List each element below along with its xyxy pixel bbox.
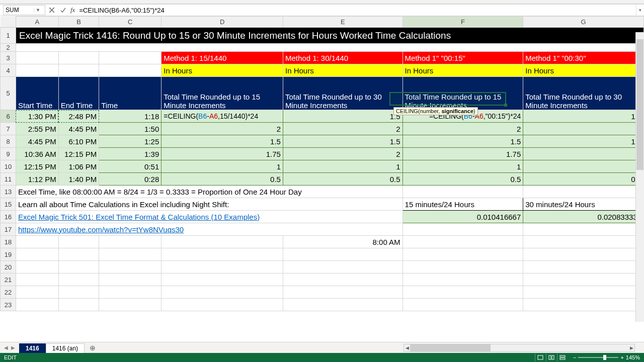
cell-G15[interactable]: 30 minutes/24 Hours: [523, 198, 644, 211]
expand-formula-icon[interactable]: ▾: [636, 5, 644, 16]
inhours: In Hours: [162, 64, 283, 77]
row-11[interactable]: 11: [1, 173, 16, 186]
ribbon-stub: [0, 0, 644, 4]
enter-icon[interactable]: [58, 5, 68, 15]
method-2: Method 1: 30/1440: [283, 52, 403, 64]
row-22[interactable]: 22: [1, 286, 16, 299]
fx-icon[interactable]: fx: [70, 6, 75, 14]
cell-E6[interactable]: 1.5: [283, 110, 403, 123]
row-19[interactable]: 19: [1, 248, 16, 261]
col-G[interactable]: G: [523, 17, 644, 28]
row-10[interactable]: 10: [1, 160, 16, 173]
link-16[interactable]: Excel Magic Trick 501: Excel Time Format…: [16, 211, 403, 223]
cell-G6[interactable]: 1.5: [523, 110, 644, 123]
hscroll-thumb[interactable]: [410, 344, 491, 351]
tab-nav-arrows[interactable]: ◀▶: [0, 345, 19, 350]
page-title: Excel Magic Trick 1416: Round Up to 15 o…: [16, 28, 643, 44]
cell-E18[interactable]: 8:00 AM: [283, 236, 403, 248]
cell-C6[interactable]: 1:18: [99, 110, 162, 123]
tab-1416an[interactable]: 1416 (an): [46, 343, 85, 353]
method-1: Method 1: 15/1440: [162, 52, 283, 64]
svg-rect-3: [560, 355, 565, 357]
select-all-corner[interactable]: [1, 17, 16, 28]
row-18[interactable]: 18: [1, 236, 16, 248]
sheet-tab-bar: ◀▶ 1416 1416 (an) ⊕ ◀▶: [0, 342, 644, 353]
view-pagebreak-icon[interactable]: [557, 353, 568, 361]
add-sheet-icon[interactable]: ⊕: [88, 343, 98, 353]
row-23[interactable]: 23: [1, 299, 16, 311]
view-layout-icon[interactable]: [546, 353, 557, 361]
row-15[interactable]: 15: [1, 198, 16, 211]
cell-D6[interactable]: =CEILING(B6-A6,15/1440)*24: [162, 110, 283, 123]
formula-bar: ▼ fx =CEILING(B6-A6,"00:15")*24 ▾: [0, 4, 644, 16]
row-4[interactable]: 4: [1, 64, 16, 77]
svg-rect-0: [538, 355, 543, 359]
row-1[interactable]: 1: [1, 28, 16, 44]
vertical-scrollbar[interactable]: [635, 32, 644, 322]
method-3: Method 1" "00:15": [403, 52, 523, 64]
col-E[interactable]: E: [283, 17, 403, 28]
chevron-down-icon[interactable]: ▼: [34, 8, 42, 13]
zoom-out-icon[interactable]: −: [573, 354, 576, 360]
row-7[interactable]: 7: [1, 123, 16, 135]
col-D[interactable]: D: [162, 17, 283, 28]
status-bar: EDIT − + 145%: [0, 353, 644, 362]
col-B[interactable]: B: [58, 17, 99, 28]
tab-1416[interactable]: 1416: [19, 343, 46, 353]
svg-rect-4: [560, 358, 565, 359]
hdr-time: Time: [99, 77, 162, 110]
horizontal-scrollbar[interactable]: ◀▶: [404, 344, 635, 352]
status-mode: EDIT: [4, 354, 17, 360]
zoom-slider[interactable]: [578, 357, 618, 358]
col-C[interactable]: C: [99, 17, 162, 28]
note-13: Excel Time, like 08:00:00 AM = 8/24 = 1/…: [16, 186, 403, 198]
row-9[interactable]: 9: [1, 148, 16, 160]
zoom-in-icon[interactable]: +: [620, 354, 623, 360]
name-box[interactable]: ▼: [3, 5, 45, 15]
hdr-d: Total Time Rounded up to 15 Minute Incre…: [162, 77, 283, 110]
svg-rect-1: [549, 355, 551, 359]
row-2[interactable]: 2: [1, 44, 16, 52]
col-A[interactable]: A: [16, 17, 58, 28]
scroll-thumb[interactable]: [636, 39, 643, 170]
hdr-f: Total Time Rounded up to 15 Minute Incre…: [403, 77, 523, 110]
method-4: Method 1" "00:30": [523, 52, 644, 64]
hdr-start: Start Time: [16, 77, 58, 110]
row-20[interactable]: 20: [1, 261, 16, 274]
row-13[interactable]: 13: [1, 186, 16, 198]
hdr-e: Total Time Rounded up to 30 Minute Incre…: [283, 77, 403, 110]
row-5[interactable]: 5: [1, 77, 16, 110]
cell-F15[interactable]: 15 minutes/24 Hours: [403, 198, 523, 211]
view-normal-icon[interactable]: [535, 353, 546, 361]
cancel-icon[interactable]: [47, 5, 57, 15]
function-tooltip: CEILING(number, significance): [393, 107, 478, 115]
cell-B6[interactable]: 2:48 PM: [58, 110, 99, 123]
row-3[interactable]: 3: [1, 52, 16, 64]
name-box-input[interactable]: [4, 7, 34, 14]
worksheet-grid[interactable]: A B C D E F G 1 Excel Magic Trick 1416: …: [0, 16, 644, 342]
note-15: Learn all about Time Calculations in Exc…: [16, 198, 403, 211]
svg-rect-2: [552, 355, 554, 359]
row-17[interactable]: 17: [1, 223, 16, 236]
row-8[interactable]: 8: [1, 135, 16, 148]
zoom-level[interactable]: 145%: [626, 354, 640, 360]
cell-G16[interactable]: 0.020833333: [523, 211, 644, 223]
formula-input[interactable]: =CEILING(B6-A6,"00:15")*24: [77, 5, 636, 15]
cell-F16[interactable]: 0.010416667: [403, 211, 523, 223]
hdr-g: Total Time Rounded up to 30 Minute Incre…: [523, 77, 644, 110]
link-17[interactable]: https://www.youtube.com/watch?v=tYw8NVuq…: [16, 223, 403, 236]
hdr-end: End Time: [58, 77, 99, 110]
row-16[interactable]: 16: [1, 211, 16, 223]
col-F[interactable]: F: [403, 17, 523, 28]
row-6[interactable]: 6: [1, 110, 16, 123]
row-21[interactable]: 21: [1, 274, 16, 286]
cell-A6[interactable]: 1:30 PM: [16, 110, 58, 123]
